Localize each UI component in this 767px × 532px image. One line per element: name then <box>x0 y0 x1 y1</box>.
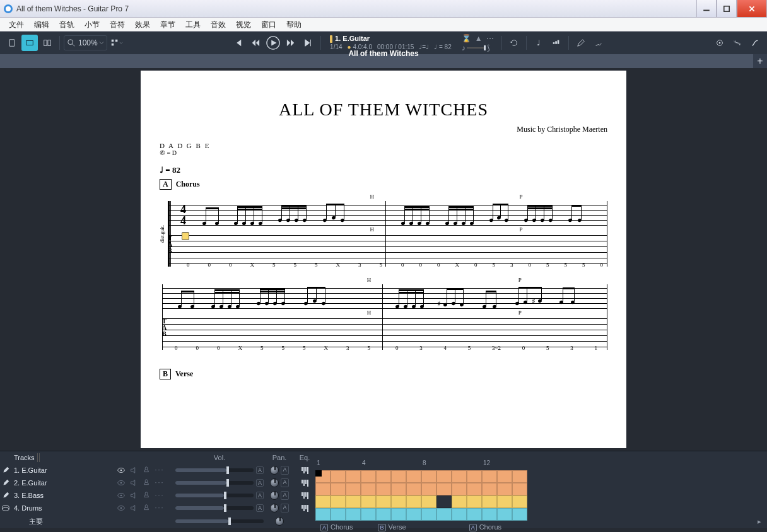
svg-rect-1 <box>10 40 15 47</box>
volume-slider[interactable] <box>175 481 254 485</box>
score-viewport[interactable]: ALL OF THEM WITCHES Music by Christophe … <box>0 68 767 451</box>
svg-rect-0 <box>724 6 729 11</box>
eq-button[interactable] <box>302 505 308 512</box>
mute-toggle[interactable] <box>129 504 138 512</box>
app-icon <box>4 4 13 13</box>
automation-badge[interactable]: A <box>256 479 264 487</box>
svg-point-23 <box>120 507 122 509</box>
visibility-toggle[interactable] <box>117 504 126 512</box>
hammer-on-label: H <box>370 194 375 200</box>
window-close-button[interactable] <box>737 0 767 17</box>
menu-window[interactable]: 窗口 <box>256 18 281 31</box>
volume-slider[interactable] <box>175 494 254 497</box>
tab-staff[interactable]: TAB H P 000X555X35 03453~20531 <box>162 317 607 350</box>
svg-rect-3 <box>44 40 47 46</box>
window-title: All of them Witches - Guitar Pro 7 <box>16 4 696 13</box>
svg-point-5 <box>68 40 73 45</box>
timeline-mark: 4 <box>362 460 377 466</box>
track-options[interactable]: ··· <box>155 478 164 487</box>
track-name[interactable]: 4. Drums <box>11 504 106 512</box>
track-options[interactable]: ··· <box>155 491 164 500</box>
timeline-scroll-right[interactable]: ▸ <box>752 518 767 526</box>
track-instrument-icon <box>0 478 11 487</box>
svg-rect-4 <box>48 40 50 46</box>
timeline-mark: 8 <box>423 460 438 466</box>
more-dots-icon[interactable]: ⋯ <box>486 34 494 43</box>
svg-point-20 <box>120 495 122 497</box>
automation-badge[interactable]: A <box>281 466 288 475</box>
menu-tools[interactable]: 工具 <box>180 18 206 31</box>
score-credit: Music by Christophe Maerten <box>160 125 607 134</box>
automation-badge[interactable]: A <box>256 466 264 474</box>
svg-point-18 <box>120 482 122 484</box>
automation-badge[interactable]: A <box>281 491 288 500</box>
mute-toggle[interactable] <box>129 466 138 475</box>
menu-effect[interactable]: 效果 <box>130 18 155 31</box>
master-pan-knob[interactable] <box>275 517 284 526</box>
eq-button[interactable] <box>302 492 308 499</box>
count-in-icon[interactable]: ⌛ <box>462 34 471 43</box>
pan-knob[interactable] <box>270 478 279 487</box>
menu-note[interactable]: 音符 <box>105 18 130 31</box>
eq-button[interactable] <box>302 480 308 487</box>
score-system: dist.guit. 44 H P <box>160 201 607 267</box>
timeline-section[interactable]: AChorus <box>469 523 501 531</box>
solo-toggle[interactable] <box>142 466 151 475</box>
window-maximize-button[interactable] <box>717 0 737 17</box>
instrument-label: dist.guit. <box>160 225 165 243</box>
menu-sound[interactable]: 音效 <box>206 18 231 31</box>
pan-knob[interactable] <box>270 466 279 475</box>
volume-slider[interactable] <box>175 506 254 510</box>
notation-staff[interactable]: 44 H P <box>168 201 607 230</box>
svg-point-21 <box>3 507 9 511</box>
pull-off-label: P <box>520 194 523 200</box>
mute-toggle[interactable] <box>129 478 138 487</box>
menu-section[interactable]: 章节 <box>155 18 180 31</box>
pan-knob[interactable] <box>270 491 279 500</box>
visibility-toggle[interactable] <box>117 478 126 487</box>
automation-badge[interactable]: A <box>281 478 288 487</box>
track-instrument-icon <box>0 466 11 475</box>
visibility-toggle[interactable] <box>117 491 126 500</box>
notation-staff[interactable]: H P <box>162 284 607 313</box>
eq-button[interactable] <box>302 467 308 474</box>
menu-edit[interactable]: 编辑 <box>29 18 54 31</box>
automation-badge[interactable]: A <box>256 504 264 512</box>
window-minimize-button[interactable] <box>696 0 717 17</box>
pan-knob[interactable] <box>270 504 279 512</box>
volume-slider[interactable] <box>175 468 254 472</box>
footer-label[interactable]: 主要 <box>14 518 43 525</box>
vol-header-label: Vol. <box>214 454 225 461</box>
visibility-toggle[interactable] <box>117 466 126 475</box>
metronome-icon[interactable]: ▲ <box>475 34 483 43</box>
automation-badge[interactable]: A <box>256 492 264 499</box>
menu-track[interactable]: 音轨 <box>54 18 79 31</box>
track-options[interactable]: ··· <box>155 504 164 512</box>
timeline-section[interactable]: AChorus <box>320 523 353 531</box>
track-instrument-icon <box>0 504 11 512</box>
menu-help[interactable]: 帮助 <box>281 18 307 31</box>
current-track-label[interactable]: 1. E.Guitar <box>335 35 370 43</box>
mute-toggle[interactable] <box>129 491 138 500</box>
section-name: Chorus <box>176 180 200 188</box>
automation-badge[interactable]: A <box>281 504 288 512</box>
edit-cursor[interactable] <box>182 232 189 240</box>
track-options[interactable]: ··· <box>155 466 164 475</box>
solo-toggle[interactable] <box>142 478 151 487</box>
solo-toggle[interactable] <box>142 491 151 500</box>
solo-toggle[interactable] <box>142 504 151 512</box>
track-name[interactable]: 1. E.Guitar <box>11 466 106 474</box>
menu-view[interactable]: 视览 <box>231 18 256 31</box>
document-tab-strip: All of them Witches + <box>0 54 767 68</box>
search-icon <box>67 38 76 47</box>
eq-header-label: Eq. <box>300 454 310 461</box>
menu-bar-m[interactable]: 小节 <box>79 18 105 31</box>
tab-staff[interactable]: TAB H P 000X555X35 000X05305550 <box>168 234 607 267</box>
menu-file[interactable]: 文件 <box>4 18 29 31</box>
add-tab-button[interactable]: + <box>753 54 767 68</box>
track-name[interactable]: 2. E.Guitar <box>11 479 106 487</box>
timeline-section[interactable]: BVerse <box>378 523 406 531</box>
master-volume-slider[interactable] <box>175 519 264 523</box>
track-name[interactable]: 3. E.Bass <box>11 492 106 499</box>
document-tab[interactable]: All of them Witches <box>0 47 767 79</box>
